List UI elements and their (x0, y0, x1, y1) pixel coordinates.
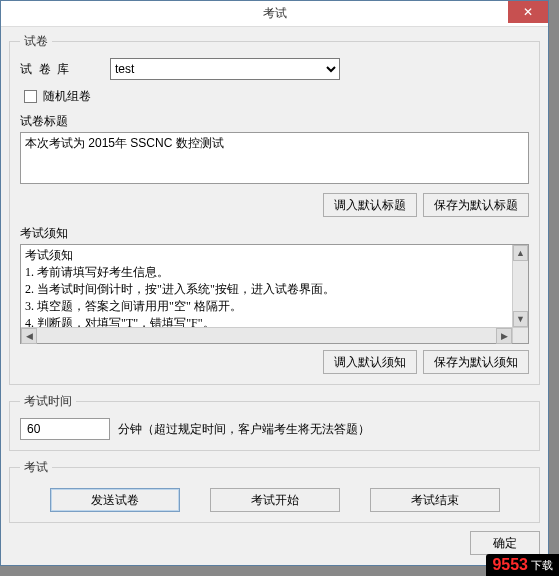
notice-hscroll[interactable]: ◀ ▶ (21, 327, 512, 343)
time-group: 考试时间 分钟（超过规定时间，客户端考生将无法答题） (9, 393, 540, 451)
exam-group: 考试 发送试卷 考试开始 考试结束 (9, 459, 540, 523)
window-title: 考试 (263, 5, 287, 22)
library-label: 试 卷 库 (20, 61, 110, 78)
library-row: 试 卷 库 test (20, 58, 529, 80)
scroll-up-icon[interactable]: ▲ (513, 245, 528, 261)
save-default-notice-button[interactable]: 保存为默认须知 (423, 350, 529, 374)
exam-group-legend: 考试 (20, 459, 52, 476)
watermark-suffix: 下载 (531, 558, 553, 573)
paper-group: 试卷 试 卷 库 test 随机组卷 试卷标题 调入默认标题 保存为默认标题 考… (9, 33, 540, 385)
random-check-label: 随机组卷 (43, 88, 91, 105)
scroll-left-icon[interactable]: ◀ (21, 328, 37, 344)
scroll-down-icon[interactable]: ▼ (513, 311, 528, 327)
exam-start-button[interactable]: 考试开始 (210, 488, 340, 512)
close-button[interactable]: ✕ (508, 1, 548, 23)
scroll-corner (512, 327, 528, 343)
scroll-right-icon[interactable]: ▶ (496, 328, 512, 344)
titlebar: 考试 ✕ (1, 1, 548, 27)
random-checkbox[interactable] (24, 90, 37, 103)
notice-label: 考试须知 (20, 225, 529, 242)
dialog-content: 试卷 试 卷 库 test 随机组卷 试卷标题 调入默认标题 保存为默认标题 考… (1, 27, 548, 563)
time-input[interactable] (20, 418, 110, 440)
watermark: 9553下载 (486, 554, 559, 576)
notice-textarea-wrap: 考试须知 1. 考前请填写好考生信息。 2. 当考试时间倒计时，按"进入系统"按… (20, 244, 529, 344)
paper-title-input[interactable] (20, 132, 529, 184)
load-default-notice-button[interactable]: 调入默认须知 (323, 350, 417, 374)
save-default-title-button[interactable]: 保存为默认标题 (423, 193, 529, 217)
time-group-legend: 考试时间 (20, 393, 76, 410)
time-unit-note: 分钟（超过规定时间，客户端考生将无法答题） (118, 421, 370, 438)
load-default-title-button[interactable]: 调入默认标题 (323, 193, 417, 217)
exam-end-button[interactable]: 考试结束 (370, 488, 500, 512)
library-combo[interactable]: test (110, 58, 340, 80)
dialog-window: 考试 ✕ 试卷 试 卷 库 test 随机组卷 试卷标题 调入默认标题 保存为默… (0, 0, 549, 566)
paper-title-label: 试卷标题 (20, 113, 529, 130)
send-paper-button[interactable]: 发送试卷 (50, 488, 180, 512)
paper-group-legend: 试卷 (20, 33, 52, 50)
watermark-number: 9553 (492, 556, 528, 574)
random-check-row[interactable]: 随机组卷 (24, 88, 529, 105)
ok-button[interactable]: 确定 (470, 531, 540, 555)
